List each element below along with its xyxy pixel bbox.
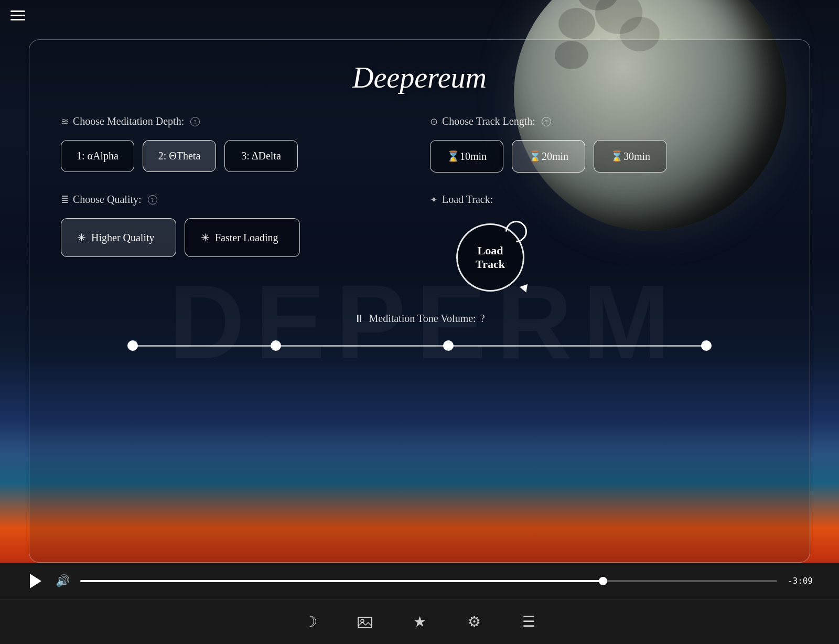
faster-loading-label: Faster Loading: [215, 232, 278, 244]
top-section: ≋ Choose Meditation Depth: ? 1: αAlpha 2…: [61, 115, 778, 173]
slider-dot-0[interactable]: [127, 340, 138, 351]
depth-options: 1: αAlpha 2: ΘTheta 3: ΔDelta: [61, 140, 409, 172]
hamburger-menu[interactable]: [10, 10, 25, 20]
volume-help-icon[interactable]: ?: [480, 313, 485, 325]
volume-slider[interactable]: [133, 335, 706, 356]
quality-options: ✳ Higher Quality ✳ Faster Loading: [61, 218, 409, 257]
progress-thumb[interactable]: [599, 577, 607, 585]
faster-loading-button[interactable]: ✳ Faster Loading: [185, 218, 300, 257]
hamburger-line-3: [10, 19, 25, 20]
bottom-icons-row: ☽ ★ ⚙ ☰: [0, 599, 839, 644]
quality-label-text: Choose Quality:: [73, 194, 142, 206]
10min-button[interactable]: ⌛10min: [430, 140, 503, 173]
load-track-button[interactable]: Load Track: [456, 223, 524, 292]
track-length-section: ⊙ Choose Track Length: ? ⌛10min ⌛20min ⌛…: [430, 115, 778, 173]
load-track-label: ✦ Load Track:: [430, 194, 493, 206]
load-track-line1: Load: [478, 244, 503, 257]
depth-help-icon[interactable]: ?: [190, 117, 200, 126]
faster-loading-icon: ✳: [201, 231, 210, 244]
volume-label: ⏸ Meditation Tone Volume: ?: [61, 313, 778, 325]
slider-dot-100[interactable]: [701, 340, 712, 351]
progress-bar[interactable]: [80, 580, 777, 582]
quality-label: ≣ Choose Quality: ?: [61, 194, 409, 206]
bottom-section: ≣ Choose Quality: ? ✳ Higher Quality ✳ F…: [61, 194, 778, 292]
delta-button[interactable]: 3: ΔDelta: [224, 140, 298, 172]
settings-icon[interactable]: ⚙: [462, 610, 486, 634]
hamburger-line-1: [10, 10, 25, 12]
theta-button[interactable]: 2: ΘTheta: [143, 140, 216, 172]
gallery-icon[interactable]: [353, 610, 377, 634]
player-row: 🔊 -3:09: [0, 563, 839, 599]
play-button[interactable]: [26, 572, 45, 591]
slider-dot-25[interactable]: [271, 340, 281, 351]
length-icon: ⊙: [430, 116, 438, 127]
load-track-icon: ✦: [430, 194, 438, 206]
track-length-label: ⊙ Choose Track Length: ?: [430, 115, 778, 127]
volume-section: ⏸ Meditation Tone Volume: ?: [61, 313, 778, 356]
main-panel: Deepereum ≋ Choose Meditation Depth: ? 1…: [29, 39, 810, 563]
30min-button[interactable]: ⌛30min: [594, 140, 667, 173]
progress-fill: [80, 580, 603, 582]
volume-label-text: Meditation Tone Volume:: [369, 313, 476, 325]
depth-icon: ≋: [61, 116, 69, 127]
meditation-depth-section: ≋ Choose Meditation Depth: ? 1: αAlpha 2…: [61, 115, 409, 173]
length-help-icon[interactable]: ?: [542, 117, 551, 126]
bottom-bar: 🔊 -3:09 ☽ ★ ⚙ ☰: [0, 563, 839, 644]
app-title: Deepereum: [61, 61, 778, 94]
load-track-section: ✦ Load Track: Load Track: [430, 194, 778, 292]
higher-quality-icon: ✳: [77, 231, 86, 244]
hamburger-line-2: [10, 15, 25, 16]
higher-quality-label: Higher Quality: [91, 232, 155, 244]
alpha-button[interactable]: 1: αAlpha: [61, 140, 134, 172]
star-icon[interactable]: ★: [408, 610, 431, 634]
load-track-line2: Track: [476, 257, 505, 271]
quality-icon: ≣: [61, 194, 69, 206]
volume-icon: ⏸: [354, 313, 364, 325]
meditation-depth-label: ≋ Choose Meditation Depth: ?: [61, 115, 409, 127]
20min-button[interactable]: ⌛20min: [512, 140, 585, 173]
player-volume-icon[interactable]: 🔊: [56, 574, 70, 588]
length-options: ⌛10min ⌛20min ⌛30min: [430, 140, 778, 173]
crescent-moon-icon[interactable]: ☽: [299, 610, 322, 634]
hamburger-bottom-icon[interactable]: ☰: [517, 610, 540, 634]
higher-quality-button[interactable]: ✳ Higher Quality: [61, 218, 176, 257]
svg-rect-0: [358, 617, 372, 628]
load-track-label-text: Load Track:: [442, 194, 493, 206]
depth-label-text: Choose Meditation Depth:: [73, 115, 184, 127]
time-display: -3:09: [788, 576, 813, 586]
length-label-text: Choose Track Length:: [442, 115, 535, 127]
slider-dot-55[interactable]: [443, 340, 454, 351]
quality-section: ≣ Choose Quality: ? ✳ Higher Quality ✳ F…: [61, 194, 409, 292]
quality-help-icon[interactable]: ?: [148, 195, 157, 205]
slider-track: [133, 345, 706, 347]
load-track-arrow-icon: [520, 284, 530, 294]
